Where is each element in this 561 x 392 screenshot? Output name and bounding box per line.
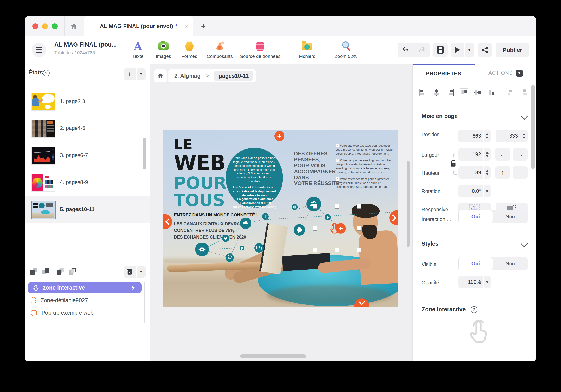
close-window-button[interactable]: [32, 23, 38, 29]
new-tab-button[interactable]: +: [197, 20, 210, 33]
resize-handle-w[interactable]: [313, 226, 317, 231]
resize-handle-sw[interactable]: [313, 248, 317, 252]
layer-item-zone-defilable[interactable]: Zone-défilable9027: [28, 295, 142, 306]
page-item-5-selected[interactable]: 5. pages10-11: [25, 196, 150, 223]
largeur-input[interactable]: 192: [458, 148, 491, 161]
visible-toggle[interactable]: Oui Non: [458, 257, 528, 270]
redo-button[interactable]: [414, 43, 430, 57]
collapse-styles-icon[interactable]: [521, 240, 528, 247]
align-top-icon[interactable]: [460, 88, 468, 97]
save-button[interactable]: [433, 43, 448, 57]
tool-texte[interactable]: A Texte: [123, 39, 152, 59]
bring-forward-icon[interactable]: [30, 268, 38, 276]
resize-handle-nw[interactable]: [313, 204, 317, 209]
states-help-icon[interactable]: ?: [43, 70, 50, 76]
rotation-dropdown[interactable]: [483, 185, 491, 197]
minimize-window-button[interactable]: [42, 23, 48, 29]
canvas-vertical-scrollbar[interactable]: [407, 161, 410, 247]
layers-scrollbar[interactable]: [144, 282, 145, 323]
delete-layer-button[interactable]: [123, 266, 136, 278]
interaction-oui[interactable]: Oui: [458, 210, 493, 223]
undo-button[interactable]: [398, 43, 414, 57]
close-tab-icon[interactable]: ×: [184, 22, 188, 30]
aspect-lock-icon[interactable]: [450, 159, 457, 167]
hauteur-input[interactable]: 189: [458, 166, 491, 179]
redo-icon: [418, 46, 426, 54]
position-x-spinner[interactable]: [483, 130, 491, 142]
align-left-icon[interactable]: [418, 88, 427, 97]
send-backward-icon[interactable]: [56, 268, 65, 276]
home-button[interactable]: [65, 16, 83, 36]
visible-oui[interactable]: Oui: [458, 257, 493, 270]
headline: LE WEB POUR TOUS: [174, 137, 227, 209]
tab-actions[interactable]: ACTIONS 1: [475, 64, 536, 82]
page-item-1[interactable]: 1. page2-3: [25, 88, 150, 115]
nudge-right-button[interactable]: →: [513, 148, 528, 161]
layer-item-popup[interactable]: Pop-up exemple web: [28, 307, 142, 318]
breadcrumb-page-chip[interactable]: pages10-11: [214, 71, 254, 81]
resize-handle-se[interactable]: [357, 248, 361, 252]
page-item-2[interactable]: 2. page4-5: [25, 115, 150, 142]
magnifier-icon: [341, 41, 351, 52]
nudge-left-button[interactable]: ←: [495, 148, 510, 161]
breadcrumb-home-button[interactable]: [154, 69, 167, 82]
canvas-horizontal-scrollbar[interactable]: [240, 354, 306, 358]
document-tab[interactable]: AL MAG FINAL (pour envoi) * ×: [84, 16, 193, 36]
largeur-spinner[interactable]: [483, 148, 491, 161]
tab-proprietes[interactable]: PROPRIÉTÉS: [413, 64, 475, 82]
bring-to-front-icon[interactable]: [42, 268, 50, 276]
publish-button[interactable]: Publier: [496, 43, 529, 57]
distribute-h-icon[interactable]: [506, 88, 515, 97]
tool-composants[interactable]: Composants: [205, 39, 234, 59]
position-x-input[interactable]: 663: [458, 130, 491, 142]
page-item-4[interactable]: 4. pages8-9: [25, 169, 150, 196]
page-item-3[interactable]: 3. pages6-7: [25, 142, 150, 169]
tool-fichiers[interactable]: + Fichiers: [293, 39, 322, 59]
tool-source-de-donnees[interactable]: Source de données: [238, 39, 282, 59]
align-bottom-icon[interactable]: [487, 88, 496, 97]
tool-images[interactable]: Images: [149, 39, 178, 59]
nudge-up-button[interactable]: ↑: [495, 166, 510, 179]
resize-handle-s[interactable]: [335, 248, 339, 252]
states-more-button[interactable]: ▾: [136, 68, 146, 80]
align-center-h-icon[interactable]: [432, 88, 441, 97]
layer-more-button[interactable]: ▾: [136, 266, 146, 278]
play-button[interactable]: [451, 43, 464, 57]
interaction-toggle[interactable]: Oui Non: [458, 210, 528, 223]
resize-handle-n[interactable]: [335, 204, 339, 209]
tool-formes[interactable]: Formes: [175, 39, 204, 59]
panel-scrollbar[interactable]: [531, 85, 535, 169]
hauteur-spinner[interactable]: [483, 166, 491, 179]
menu-button[interactable]: [32, 43, 46, 57]
rotation-input[interactable]: 0.0°: [458, 185, 491, 197]
canvas-area[interactable]: 2. Algmag > pages10-11: [150, 64, 412, 361]
add-state-button[interactable]: +: [123, 68, 136, 80]
resize-handle-e[interactable]: [357, 226, 361, 231]
preview-dropdown[interactable]: ▾: [464, 43, 474, 57]
pages-scrollbar[interactable]: [143, 138, 146, 169]
breadcrumb-project[interactable]: 2. Algmag: [174, 73, 201, 79]
distribute-v-icon[interactable]: [520, 88, 529, 97]
opacite-input[interactable]: 100%: [458, 276, 491, 288]
collapse-mise-en-page-icon[interactable]: [521, 112, 528, 120]
hotspot-add-top[interactable]: +: [274, 131, 284, 141]
align-middle-v-icon[interactable]: [474, 88, 482, 97]
nudge-down-button[interactable]: ↓: [513, 166, 528, 179]
visible-non[interactable]: Non: [493, 257, 528, 270]
pinterest-icon: p: [240, 246, 244, 250]
zoom-control[interactable]: Zoom 52%: [332, 39, 360, 59]
position-y-spinner[interactable]: [520, 130, 528, 142]
selection-box[interactable]: [315, 206, 359, 250]
design-spread[interactable]: LE WEB POUR TOUS Pour vous aider à passe…: [163, 130, 398, 307]
resize-handle-ne[interactable]: [357, 204, 361, 209]
send-to-back-icon[interactable]: [68, 268, 76, 276]
position-y-input[interactable]: 333: [496, 130, 528, 142]
align-right-icon[interactable]: [446, 88, 454, 97]
zone-help-icon[interactable]: ?: [471, 306, 477, 313]
share-button[interactable]: [478, 43, 492, 57]
opacite-dropdown[interactable]: [483, 276, 491, 288]
home-icon: [157, 73, 164, 79]
layer-item-zone-interactive[interactable]: zone interactive: [28, 282, 142, 293]
maximize-window-button[interactable]: [52, 23, 58, 29]
interaction-non[interactable]: Non: [493, 210, 528, 223]
